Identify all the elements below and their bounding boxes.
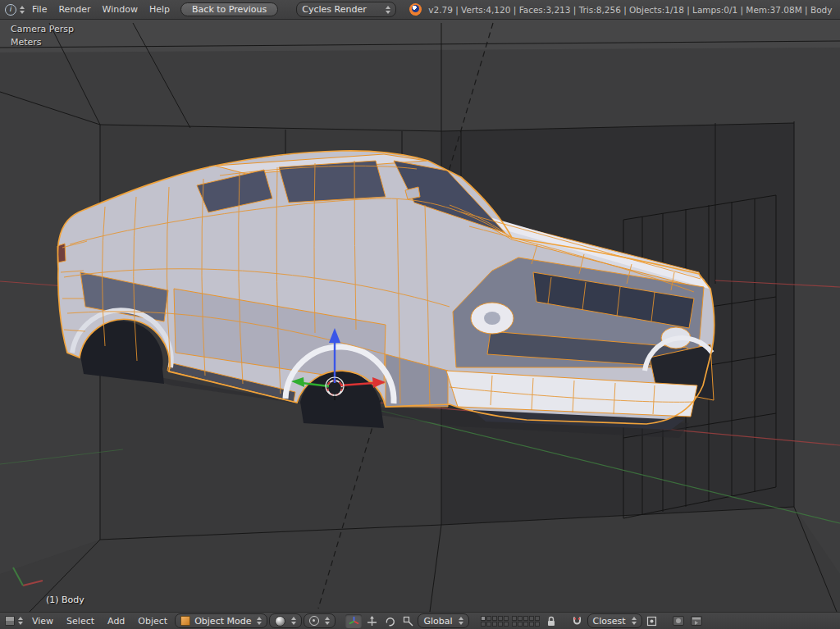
down-arrow-icon bbox=[257, 622, 262, 625]
down-arrow-icon bbox=[291, 622, 296, 625]
transform-orientation-select[interactable]: Global bbox=[418, 613, 468, 628]
down-arrow-icon bbox=[459, 622, 463, 625]
layer-cell[interactable] bbox=[486, 622, 491, 627]
layer-cell[interactable] bbox=[523, 622, 528, 627]
translate-icon bbox=[367, 616, 377, 627]
lock-to-scene-button[interactable] bbox=[543, 614, 559, 628]
opengl-render-image-button[interactable] bbox=[670, 614, 687, 628]
editor-type-button-3dview[interactable] bbox=[3, 614, 25, 628]
down-arrow-icon bbox=[325, 622, 330, 625]
manipulator-axis-icon bbox=[349, 616, 359, 627]
layer-cell[interactable] bbox=[504, 622, 509, 627]
layer-cell[interactable] bbox=[512, 622, 517, 627]
layer-cell[interactable] bbox=[529, 616, 534, 621]
layer-cell[interactable] bbox=[492, 622, 497, 627]
dropdown-arrows-icon bbox=[20, 6, 25, 14]
layer-cell[interactable] bbox=[518, 616, 523, 621]
up-arrow-icon bbox=[459, 617, 463, 620]
dropdown-arrows-icon bbox=[291, 617, 296, 625]
layers-widget[interactable] bbox=[481, 616, 540, 627]
up-arrow-icon bbox=[18, 617, 23, 620]
up-arrow-icon bbox=[632, 617, 637, 620]
layer-cell[interactable] bbox=[535, 622, 540, 627]
lock-icon bbox=[546, 616, 556, 627]
viewport-editor-icon bbox=[5, 616, 15, 626]
transform-orientation-value: Global bbox=[423, 616, 452, 627]
viewport-shading-select[interactable] bbox=[269, 613, 302, 628]
rotate-icon bbox=[385, 616, 395, 627]
render-animation-icon bbox=[691, 616, 702, 626]
layer-cell[interactable] bbox=[512, 616, 517, 621]
render-engine-value: Cycles Render bbox=[302, 4, 366, 15]
menu-render[interactable]: Render bbox=[52, 2, 96, 16]
render-engine-select[interactable]: Cycles Render bbox=[296, 2, 396, 17]
pivot-point-icon bbox=[309, 616, 319, 626]
up-arrow-icon bbox=[325, 617, 330, 620]
blender-logo-core bbox=[412, 5, 419, 12]
dropdown-arrows-icon bbox=[459, 617, 463, 625]
headlight-left-lens bbox=[484, 312, 500, 325]
viewport-3d[interactable]: Camera Persp Meters (1) Body bbox=[0, 20, 840, 612]
layer-group-left[interactable] bbox=[481, 616, 509, 627]
layer-cell[interactable] bbox=[529, 622, 534, 627]
info-editor-icon: i bbox=[5, 4, 16, 16]
snap-target-icon bbox=[646, 616, 657, 627]
scale-manipulator-button[interactable] bbox=[399, 614, 416, 628]
viewport-shading-icon bbox=[275, 616, 285, 627]
layer-cell[interactable] bbox=[523, 616, 528, 621]
pivot-point-select[interactable] bbox=[304, 613, 336, 628]
blender-logo-icon bbox=[409, 3, 422, 16]
room-ceiling bbox=[0, 20, 840, 52]
manipulator-toggle-button[interactable] bbox=[345, 614, 362, 628]
menu-window[interactable]: Window bbox=[97, 2, 144, 16]
magnet-icon bbox=[572, 616, 582, 627]
menu-viewport-select[interactable]: Select bbox=[61, 614, 100, 628]
translate-manipulator-button[interactable] bbox=[363, 614, 380, 628]
layer-group-right[interactable] bbox=[512, 616, 540, 627]
menu-viewport-object[interactable]: Object bbox=[132, 614, 173, 628]
layer-cell[interactable] bbox=[481, 622, 486, 627]
snap-element-value: Closest bbox=[593, 616, 626, 627]
rotate-manipulator-button[interactable] bbox=[381, 614, 398, 628]
layer-cell[interactable] bbox=[535, 616, 540, 621]
layer-cell[interactable] bbox=[486, 616, 491, 621]
layer-cell[interactable] bbox=[518, 622, 523, 627]
interaction-mode-select[interactable]: Object Mode bbox=[175, 613, 267, 628]
blender-window: i File Render Window Help Back to Previo… bbox=[0, 0, 840, 629]
menu-viewport-view[interactable]: View bbox=[26, 614, 59, 628]
snap-toggle-button[interactable] bbox=[569, 614, 586, 628]
up-arrow-icon bbox=[20, 6, 25, 9]
opengl-render-animation-button[interactable] bbox=[688, 614, 705, 628]
menu-file[interactable]: File bbox=[26, 2, 52, 16]
up-arrow-icon bbox=[386, 6, 390, 9]
door-window bbox=[279, 161, 386, 203]
layer-cell[interactable] bbox=[492, 616, 497, 621]
viewport-scene bbox=[0, 20, 840, 612]
up-arrow-icon bbox=[291, 617, 296, 620]
scene-stats: v2.79 | Verts:4,120 | Faces:3,213 | Tris… bbox=[428, 5, 832, 15]
layer-cell[interactable] bbox=[504, 616, 509, 621]
dropdown-arrows-icon bbox=[386, 6, 390, 14]
object-mode-cube-icon bbox=[180, 616, 190, 626]
dropdown-arrows-icon bbox=[632, 617, 637, 625]
snap-target-button[interactable] bbox=[644, 614, 660, 628]
dropdown-arrows-icon bbox=[18, 617, 23, 625]
dropdown-arrows-icon bbox=[325, 617, 330, 625]
menu-viewport-add[interactable]: Add bbox=[102, 614, 130, 628]
interaction-mode-value: Object Mode bbox=[194, 616, 251, 627]
layer-cell[interactable] bbox=[498, 622, 503, 627]
layer-cell[interactable] bbox=[498, 616, 503, 621]
menu-help[interactable]: Help bbox=[144, 2, 176, 16]
render-image-icon bbox=[673, 616, 684, 626]
down-arrow-icon bbox=[18, 622, 23, 625]
up-arrow-icon bbox=[257, 617, 262, 620]
layer-cell[interactable] bbox=[481, 616, 486, 621]
viewport-header-bar: View Select Add Object Object Mode bbox=[0, 612, 840, 629]
editor-type-button[interactable]: i bbox=[3, 2, 26, 16]
down-arrow-icon bbox=[632, 622, 637, 625]
scale-icon bbox=[403, 616, 413, 627]
info-header: i File Render Window Help Back to Previo… bbox=[0, 0, 840, 20]
back-to-previous-button[interactable]: Back to Previous bbox=[180, 2, 278, 16]
down-arrow-icon bbox=[20, 11, 25, 14]
snap-element-select[interactable]: Closest bbox=[587, 613, 642, 628]
